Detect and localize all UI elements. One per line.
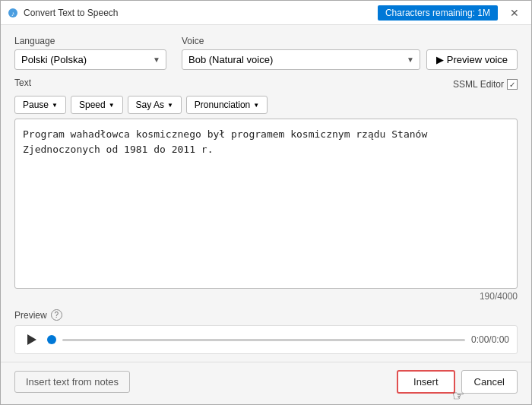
say-as-caret-icon: ▼ bbox=[167, 102, 173, 109]
voice-label: Voice bbox=[182, 36, 518, 46]
language-voice-row: Language Polski (Polska) ▼ Voice Bob (Na… bbox=[14, 36, 518, 70]
insert-button[interactable]: Insert ☞ bbox=[397, 370, 455, 394]
pronunciation-button[interactable]: Pronunciation ▼ bbox=[186, 96, 268, 114]
window-title: Convert Text to Speech bbox=[24, 8, 378, 18]
pause-button[interactable]: Pause ▼ bbox=[14, 96, 66, 114]
time-display: 0:00/0:00 bbox=[471, 334, 509, 345]
cancel-button[interactable]: Cancel bbox=[461, 370, 518, 394]
svg-text:♪: ♪ bbox=[11, 10, 15, 17]
voice-row: Bob (Natural voice) ▼ ▶ Preview voice bbox=[182, 49, 518, 70]
ssml-checkbox[interactable]: ✓ bbox=[507, 79, 518, 90]
close-button[interactable]: ✕ bbox=[504, 2, 525, 24]
voice-field-group: Voice Bob (Natural voice) ▼ ▶ Preview vo… bbox=[182, 36, 518, 70]
insert-notes-button[interactable]: Insert text from notes bbox=[14, 371, 130, 393]
language-select-wrapper: Polski (Polska) ▼ bbox=[14, 49, 166, 70]
right-buttons: Insert ☞ Cancel bbox=[397, 370, 518, 394]
pause-caret-icon: ▼ bbox=[52, 102, 58, 109]
text-input[interactable]: Program wahadłowca kosmicznego był progr… bbox=[14, 119, 518, 289]
text-toolbar: Pause ▼ Speed ▼ Say As ▼ Pronunciation ▼ bbox=[14, 96, 518, 114]
text-section-header: Text SSML Editor ✓ bbox=[14, 78, 518, 91]
text-label: Text bbox=[14, 78, 31, 88]
bottom-bar: Insert text from notes Insert ☞ Cancel bbox=[1, 362, 531, 404]
language-select[interactable]: Polski (Polska) bbox=[14, 49, 166, 70]
say-as-button[interactable]: Say As ▼ bbox=[128, 96, 182, 114]
ssml-editor-toggle[interactable]: SSML Editor ✓ bbox=[453, 79, 518, 90]
title-bar: ♪ Convert Text to Speech Characters rema… bbox=[1, 1, 531, 25]
play-small-icon: ▶ bbox=[436, 54, 444, 65]
language-field-group: Language Polski (Polska) ▼ bbox=[14, 36, 166, 70]
preview-section: Preview ? 0:00/0:00 bbox=[14, 309, 518, 354]
progress-track[interactable] bbox=[62, 339, 465, 341]
text-section: Text SSML Editor ✓ Pause ▼ Speed ▼ Say A… bbox=[14, 78, 518, 302]
audio-player: 0:00/0:00 bbox=[14, 325, 518, 354]
preview-voice-button[interactable]: ▶ Preview voice bbox=[426, 49, 518, 70]
language-label: Language bbox=[14, 36, 166, 46]
chars-remaining-badge: Characters remaining: 1M bbox=[378, 5, 498, 21]
play-button[interactable] bbox=[23, 331, 41, 349]
play-triangle-icon bbox=[27, 334, 36, 345]
char-count: 190/4000 bbox=[14, 291, 518, 302]
voice-select[interactable]: Bob (Natural voice) bbox=[182, 49, 420, 70]
speed-caret-icon: ▼ bbox=[109, 102, 115, 109]
help-icon[interactable]: ? bbox=[51, 309, 62, 321]
progress-knob[interactable] bbox=[47, 335, 56, 344]
speed-button[interactable]: Speed ▼ bbox=[71, 96, 123, 114]
ssml-editor-label: SSML Editor bbox=[453, 79, 504, 90]
preview-header: Preview ? bbox=[14, 309, 518, 321]
pronunciation-caret-icon: ▼ bbox=[253, 102, 259, 109]
main-window: ♪ Convert Text to Speech Characters rema… bbox=[0, 0, 532, 405]
preview-label: Preview bbox=[14, 310, 47, 321]
app-icon: ♪ bbox=[7, 7, 19, 19]
voice-select-wrapper: Bob (Natural voice) ▼ bbox=[182, 49, 420, 70]
content-area: Language Polski (Polska) ▼ Voice Bob (Na… bbox=[1, 25, 531, 362]
